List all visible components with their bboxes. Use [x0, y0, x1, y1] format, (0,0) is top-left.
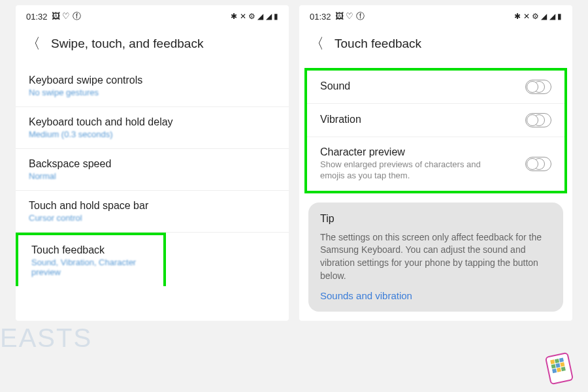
page-title: Touch feedback [335, 37, 421, 51]
status-icons-right: ✱ ✕ ⚙ ◢ ◢ ▮ [231, 12, 278, 21]
item-backspace-speed[interactable]: Backspace speed Normal [16, 149, 289, 191]
page-title: Swipe, touch, and feedback [51, 37, 203, 51]
status-bar: 01:32 🖼 ♡ ⓕ ✱ ✕ ⚙ ◢ ◢ ▮ [299, 5, 572, 25]
toggles-section: Sound Vibration Character preview Show e… [304, 68, 567, 193]
tip-body: The settings on this screen only affect … [320, 231, 551, 282]
status-time: 01:32 [26, 12, 48, 22]
switch-icon[interactable] [525, 157, 551, 171]
toggle-vibration[interactable]: Vibration [307, 104, 564, 137]
tip-title: Tip [320, 213, 551, 225]
site-logo-icon [547, 354, 580, 387]
tip-link[interactable]: Sounds and vibration [320, 290, 551, 301]
phone-left: 01:32 🖼 ♡ ⓕ ✱ ✕ ⚙ ◢ ◢ ▮ 〈 Swipe, touch, … [16, 5, 289, 321]
status-icons-right: ✱ ✕ ⚙ ◢ ◢ ▮ [514, 12, 562, 21]
status-time: 01:32 [310, 12, 331, 22]
back-icon[interactable]: 〈 [26, 34, 41, 54]
header: 〈 Touch feedback [299, 25, 572, 65]
item-touch-feedback[interactable]: Touch feedback Sound, Vibration, Charact… [16, 233, 166, 286]
watermark-text: EASTS [0, 323, 92, 353]
phone-right: 01:32 🖼 ♡ ⓕ ✱ ✕ ⚙ ◢ ◢ ▮ 〈 Touch feedback… [299, 5, 572, 321]
status-icons-left: 🖼 ♡ ⓕ [52, 10, 81, 22]
settings-list: Keyboard swipe controls No swipe gesture… [16, 65, 289, 286]
tip-box: Tip The settings on this screen only aff… [308, 203, 563, 312]
switch-icon[interactable] [525, 113, 551, 127]
switch-icon[interactable] [525, 80, 551, 94]
toggle-sound[interactable]: Sound [307, 71, 564, 104]
status-bar: 01:32 🖼 ♡ ⓕ ✱ ✕ ⚙ ◢ ◢ ▮ [16, 5, 289, 25]
item-touch-hold-spacebar[interactable]: Touch and hold space bar Cursor control [16, 191, 289, 233]
back-icon[interactable]: 〈 [310, 34, 324, 54]
header: 〈 Swipe, touch, and feedback [16, 25, 289, 65]
item-touch-hold-delay[interactable]: Keyboard touch and hold delay Medium (0.… [16, 107, 289, 149]
status-icons-left: 🖼 ♡ ⓕ [335, 10, 365, 22]
item-keyboard-swipe[interactable]: Keyboard swipe controls No swipe gesture… [16, 65, 289, 107]
toggle-character-preview[interactable]: Character preview Show enlarged previews… [307, 137, 564, 191]
